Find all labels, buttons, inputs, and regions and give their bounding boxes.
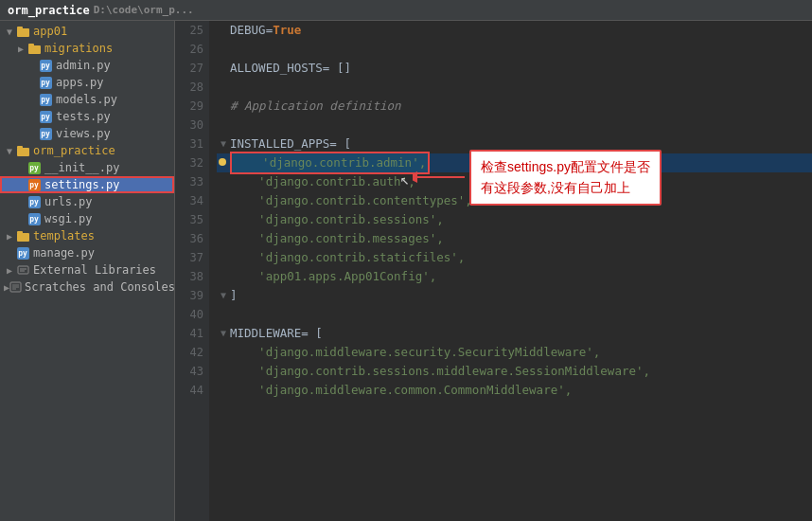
code-line-27: ALLOWED_HOSTS = [] (217, 59, 812, 78)
py-file-icon: py (26, 161, 42, 174)
code-token: # Application definition (230, 97, 401, 116)
code-editor: 25 26 27 28 29 30 31 32 33 34 35 36 37 3… (175, 21, 812, 521)
svg-rect-2 (28, 45, 41, 54)
annotation-box: 检查settings.py配置文件是否 有这段参数,没有自己加上 (469, 150, 662, 206)
code-token: 'django.contrib.staticfiles', (230, 248, 465, 267)
sidebar-label: __init__.py (44, 161, 119, 174)
annotation-arrow-icon (413, 168, 469, 187)
gutter: ▼ (217, 135, 230, 153)
sidebar-item-manage[interactable]: py manage.py (0, 244, 174, 261)
sidebar-item-models[interactable]: py models.py (0, 91, 174, 108)
sidebar-item-orm-practice[interactable]: orm_practice (0, 142, 174, 159)
title-bar: orm_practice D:\code\orm_p... (0, 0, 812, 21)
code-line-38: 'app01.apps.App01Config', (217, 267, 812, 286)
annotation-line1: 检查settings.py配置文件是否 (481, 156, 650, 177)
sidebar-item-wsgi[interactable]: py wsgi.py (0, 210, 174, 227)
sidebar-label: settings.py (44, 178, 119, 191)
sidebar-label: templates (33, 229, 95, 243)
code-token: 'django.middleware.security.SecurityMidd… (230, 343, 600, 362)
sidebar-label: urls.py (44, 195, 93, 208)
folder-icon (15, 25, 30, 38)
code-line-41: ▼ MIDDLEWARE = [ (217, 324, 812, 343)
py-file-icon: py (38, 93, 53, 106)
py-file-icon: py (38, 59, 53, 72)
arrow-icon (4, 146, 15, 156)
code-lines: DEBUG = True ALLOWED_HOSTS = [] (209, 21, 812, 521)
code-line-44: 'django.middleware.common.CommonMiddlewa… (217, 381, 812, 400)
code-token: True (273, 21, 301, 40)
sidebar-item-init-orm[interactable]: py __init__.py (0, 159, 174, 176)
sidebar-item-admin[interactable]: py admin.py (0, 57, 174, 74)
folder-icon (15, 229, 30, 243)
svg-rect-5 (17, 146, 23, 149)
arrow-icon (4, 27, 15, 37)
svg-rect-6 (17, 233, 29, 242)
code-token: 'django.contrib.sessions.middleware.Sess… (230, 362, 650, 381)
line-numbers: 25 26 27 28 29 30 31 32 33 34 35 36 37 3… (175, 21, 209, 521)
code-token: 'django.contrib.sessions', (230, 210, 444, 229)
svg-rect-0 (17, 28, 29, 37)
code-line-42: 'django.middleware.security.SecurityMidd… (217, 343, 812, 362)
sidebar-item-views[interactable]: py views.py (0, 125, 174, 142)
svg-rect-1 (17, 27, 23, 29)
sidebar-item-apps[interactable]: py apps.py (0, 74, 174, 91)
py-file-icon: py (26, 195, 42, 208)
arrow-icon (4, 265, 15, 276)
py-file-icon: py (15, 246, 30, 260)
annotation-line2: 有这段参数,没有自己加上 (481, 177, 650, 198)
sidebar-item-scratches[interactable]: Scratches and Consoles (0, 278, 174, 296)
code-token: 'django.contrib.auth', (230, 172, 415, 191)
sidebar-label: External Libraries (33, 263, 156, 277)
project-path: D:\code\orm_p... (94, 4, 194, 16)
sidebar-label: manage.py (33, 246, 95, 260)
gutter: ▼ (217, 286, 230, 305)
code-token: = [ (301, 324, 323, 343)
code-token: = [ (329, 135, 351, 153)
code-token: = [] (323, 59, 351, 78)
sidebar-label: apps.py (56, 76, 104, 89)
py-file-icon: py (38, 110, 53, 123)
folder-icon (15, 144, 30, 157)
code-token: 'django.middleware.common.CommonMiddlewa… (230, 381, 572, 400)
sidebar-item-settings[interactable]: py settings.py (0, 176, 174, 193)
code-line-37: 'django.contrib.staticfiles', (217, 248, 812, 267)
code-token: 'app01.apps.App01Config', (230, 267, 436, 286)
code-line-30 (217, 116, 812, 135)
svg-rect-7 (17, 231, 23, 234)
sidebar-item-urls[interactable]: py urls.py (0, 193, 174, 210)
code-line-25: DEBUG = True (217, 21, 812, 40)
sidebar-label: migrations (44, 42, 113, 55)
sidebar-item-app01[interactable]: app01 (0, 23, 174, 40)
code-token: ALLOWED_HOSTS (230, 59, 323, 78)
sidebar-label: wsgi.py (44, 212, 93, 225)
folder-icon (26, 42, 42, 55)
sidebar-label: orm_practice (33, 144, 115, 157)
sidebar: app01 migrations py admin.py py apps.py … (0, 21, 175, 521)
code-token: MIDDLEWARE (230, 324, 301, 343)
arrow-icon (4, 231, 15, 242)
code-line-36: 'django.contrib.messages', (217, 229, 812, 248)
annotation-container: 检查settings.py配置文件是否 有这段参数,没有自己加上 (413, 150, 662, 206)
code-token: DEBUG (230, 21, 266, 40)
code-line-43: 'django.contrib.sessions.middleware.Sess… (217, 362, 812, 381)
code-line-40 (217, 305, 812, 324)
sidebar-item-migrations[interactable]: migrations (0, 40, 174, 57)
main-layout: app01 migrations py admin.py py apps.py … (0, 21, 812, 521)
svg-rect-8 (18, 266, 28, 274)
svg-rect-3 (28, 44, 34, 46)
sidebar-label: tests.py (56, 110, 111, 123)
sidebar-item-external-libs[interactable]: External Libraries (0, 261, 174, 278)
sidebar-item-templates[interactable]: templates (0, 227, 174, 244)
code-token: 'django.contrib.messages', (230, 229, 444, 248)
code-line-35: 'django.contrib.sessions', (217, 210, 812, 229)
gutter (217, 153, 230, 172)
code-token: = (266, 21, 274, 40)
project-name: orm_practice (8, 4, 90, 17)
yellow-dot-indicator (219, 158, 226, 166)
highlighted-code-token: 'django.contrib.admin', (230, 152, 430, 174)
py-file-icon: py (26, 212, 42, 225)
code-content: 25 26 27 28 29 30 31 32 33 34 35 36 37 3… (175, 21, 812, 521)
sidebar-item-tests[interactable]: py tests.py (0, 108, 174, 125)
code-line-39: ▼ ] (217, 286, 812, 305)
sidebar-label: app01 (33, 25, 67, 38)
